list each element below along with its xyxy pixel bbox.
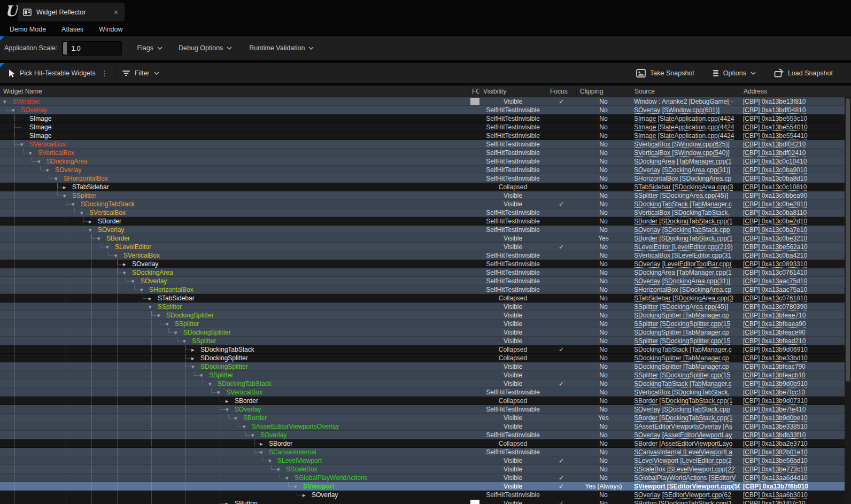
expander-open-icon[interactable]: ▾ (191, 363, 195, 370)
expander-open-icon[interactable]: ▾ (166, 320, 169, 328)
address-link[interactable]: [CBP] 0xa13be554010 (743, 123, 808, 131)
tree-row-sverticalbox-34[interactable]: ▾SVerticalBoxSelfHitTestInvisibleNoSVert… (0, 388, 845, 397)
expander-open-icon[interactable]: ▾ (131, 277, 135, 285)
source-link[interactable]: SSplitter [SDockingSplitter.cpp(15 (634, 371, 730, 379)
source-link[interactable]: SVerticalBox [SLevelEditor.cpp(31 (634, 252, 731, 259)
source-link[interactable]: SAssetEditorViewportsOverlay [As (634, 423, 732, 430)
source-link[interactable]: SDockingArea [TabManager.cpp(1 (634, 269, 732, 276)
runtime-validation-dropdown[interactable]: Runtime Validation (249, 44, 314, 52)
expander-open-icon[interactable]: ▾ (123, 269, 126, 276)
column-header-widget-name[interactable]: Widget Name (0, 86, 470, 97)
tree-row-sborder-14[interactable]: ▸SBorderSelfHitTestInvisibleNoSBorder [S… (0, 217, 845, 226)
tree-row-simage-3[interactable]: SImageSelfHitTestInvisibleNoSImage [Slat… (0, 123, 845, 131)
address-link[interactable]: [CBP] 0xa13be7fcc10 (743, 389, 805, 396)
tree-row-sborder-40[interactable]: ▸SBorderCollapsedNoSBorder [AssetEditorV… (0, 439, 845, 448)
column-header-source[interactable]: Source (631, 86, 740, 97)
tree-row-sscalebox-43[interactable]: ▾SScaleBoxVisibleNoSScaleBox [SLevelView… (0, 465, 845, 474)
tree-row-sverticalbox-13[interactable]: ▾SVerticalBoxSelfHitTestInvisibleNoSVert… (0, 208, 845, 217)
expander-open-icon[interactable]: ▾ (97, 235, 100, 242)
expander-open-icon[interactable]: ▾ (55, 175, 58, 182)
expander-open-icon[interactable]: ▾ (46, 166, 49, 174)
tree-row-sleveleditor-17[interactable]: ▾SLevelEditorVisible✓NoSLevelEditor [Lev… (0, 243, 845, 251)
source-link[interactable]: SImage [SlateApplication.cpp(4424 (634, 123, 734, 131)
source-link[interactable]: SDockingArea [TabManager.cpp(1 (634, 158, 732, 165)
address-link[interactable]: [CBP] 0xa13bfeaea90 (743, 320, 806, 328)
tree-row-sglobalplayworldactions-44[interactable]: ▾SGlobalPlayWorldActionsVisible✓NoSGloba… (0, 474, 845, 482)
expander-open-icon[interactable]: ▾ (208, 380, 212, 387)
expander-open-icon[interactable]: ▾ (20, 141, 24, 148)
tree-row-sverticalbox-18[interactable]: ▾SVerticalBoxSelfHitTestInvisibleNoSVert… (0, 251, 845, 260)
tree-row-sdockingsplitter-27[interactable]: ▾SDockingSplitterVisibleNoSDockingSplitt… (0, 328, 845, 337)
source-link[interactable]: SBorder [SDockingTabStack.cpp(1 (634, 397, 733, 405)
address-link[interactable]: [CBP] 0xa13c0c10810 (743, 183, 807, 191)
expander-closed-icon[interactable]: ▸ (63, 183, 66, 191)
address-link[interactable]: [CBP] 0xa13be33bd10 (743, 354, 808, 362)
tree-row-sdockingtabstack-29[interactable]: ▸SDockingTabStackCollapsed✓NoSDockingTab… (0, 345, 845, 354)
address-link[interactable]: [CBP] 0xa13bfeacb10 (743, 371, 806, 379)
address-link[interactable]: [CBP] 0xa13be13f810 (743, 98, 806, 105)
source-link[interactable]: SOverlay [SDockingTabStack.cpp (634, 406, 730, 413)
tree-row-sviewport-45[interactable]: ▾SViewportVisible✓Yes (Always)SViewport … (0, 482, 845, 491)
column-header-fg[interactable]: FG (470, 86, 479, 97)
expander-open-icon[interactable]: ▾ (243, 423, 246, 430)
source-link[interactable]: SImage [SlateApplication.cpp(4424 (634, 115, 734, 122)
tree-row-soverlay-1[interactable]: ▾SOverlaySelfHitTestInvisibleNoSOverlay … (0, 106, 845, 114)
address-link[interactable]: [CBP] 0xa13aa6b3010 (743, 491, 808, 499)
tree-row-slevelviewport-42[interactable]: ▾SLevelViewportVisible✓NoSLevelViewport … (0, 456, 845, 465)
source-link[interactable]: SImage [SlateApplication.cpp(4424 (634, 132, 734, 139)
source-link[interactable]: SScaleBox [SLevelViewport.cpp(22 (634, 466, 735, 473)
expander-open-icon[interactable]: ▾ (3, 98, 6, 105)
source-link[interactable]: SOverlay [SDockingTabStack.cpp (634, 226, 730, 234)
tree-row-soverlay-8[interactable]: ▾SOverlaySelfHitTestInvisibleNoSOverlay … (0, 166, 845, 174)
address-link[interactable]: [CBP] 0xa13c0be2d10 (743, 218, 807, 225)
source-link[interactable]: SDockingSplitter [TabManager.cp (634, 363, 729, 370)
expander-open-icon[interactable]: ▾ (268, 457, 272, 464)
address-link[interactable]: [CBP] 0xa13c0bbea90 (743, 192, 807, 199)
address-link[interactable]: [CBP] 0xa13bdb33f10 (743, 431, 806, 439)
expander-open-icon[interactable]: ▾ (149, 303, 152, 311)
address-link[interactable]: [CBP] 0xa13c0ba4210 (743, 252, 807, 259)
expander-open-icon[interactable]: ▾ (114, 252, 118, 259)
address-link[interactable]: [CBP] 0xa13c0ba8110 (743, 209, 807, 216)
address-link[interactable]: [CBP] 0xa13c0ba7e10 (743, 226, 807, 234)
expander-closed-icon[interactable]: ▸ (303, 491, 306, 499)
address-link[interactable]: [CBP] 0xa13c0780390 (743, 303, 807, 311)
source-link[interactable]: SViewport [SEditorViewport.cpp(50 (634, 483, 740, 490)
tree-row-ssplitter-24[interactable]: ▾SSplitterVisibleNoSSplitter [SDockingAr… (0, 303, 845, 311)
source-link[interactable]: SBorder [SDockingTabStack.cpp(1 (634, 218, 733, 225)
column-header-clipping[interactable]: Clipping (576, 86, 631, 97)
address-link[interactable]: [CBP] 0xa13c0c10410 (743, 158, 807, 165)
tab-widget-reflector[interactable]: Widget Reflector × (18, 3, 125, 21)
address-link[interactable]: [CBP] 0xa13bfeae710 (743, 312, 806, 319)
tab-close-icon[interactable]: × (113, 8, 119, 17)
pick-hit-testable-widgets-button[interactable]: Pick Hit-Testable Widgets (7, 69, 96, 77)
tree-row-ssplitter-11[interactable]: ▾SSplitterVisibleNoSSplitter [SDockingAr… (0, 191, 845, 200)
expander-closed-icon[interactable]: ▸ (191, 346, 195, 353)
address-link[interactable]: [CBP] 0xa13c0be3210 (743, 235, 807, 242)
expander-open-icon[interactable]: ▾ (183, 337, 186, 345)
address-link[interactable]: [CBP] 0xa13bdf04210 (743, 141, 806, 148)
vertical-scrollbar[interactable] (845, 97, 851, 504)
expander-open-icon[interactable]: ▾ (174, 329, 177, 336)
tree-row-sverticalbox-6[interactable]: ▾SVerticalBoxSelfHitTestInvisibleNoSVert… (0, 149, 845, 157)
source-link[interactable]: SLevelEditor [LevelEditor.cpp(219) (634, 243, 733, 251)
expander-open-icon[interactable]: ▾ (234, 414, 237, 422)
expander-open-icon[interactable]: ▾ (37, 158, 41, 165)
address-link[interactable]: [CBP] 0xa13be7fe410 (743, 406, 806, 413)
tree-row-ssplitter-26[interactable]: ▾SSplitterVisibleNoSSplitter [SDockingSp… (0, 320, 845, 328)
options-dropdown[interactable]: Options (713, 69, 756, 77)
tree-row-ssplitter-32[interactable]: ▾SSplitterVisibleNoSSplitter [SDockingSp… (0, 371, 845, 379)
source-link[interactable]: Window : Ananke2 [DebugGame] - (634, 98, 733, 105)
address-link[interactable]: [CBP] 0xa13be773c10 (743, 466, 807, 473)
source-link[interactable]: SHorizontalBox [SDockingArea.cp (634, 286, 731, 293)
expander-open-icon[interactable]: ▾ (217, 389, 220, 396)
address-link[interactable]: [CBP] 0xa13aac75d10 (743, 277, 807, 285)
tree-row-sdockingtabstack-33[interactable]: ▾SDockingTabStackVisible✓NoSDockingTabSt… (0, 379, 845, 388)
source-link[interactable]: SOverlay [LevelEditorToolBar.cpp( (634, 260, 732, 268)
expander-open-icon[interactable]: ▾ (294, 483, 297, 490)
expander-open-icon[interactable]: ▾ (285, 474, 289, 482)
tree-row-sborder-35[interactable]: ▸SBorderCollapsedNoSBorder [SDockingTabS… (0, 397, 845, 405)
address-link[interactable]: [CBP] 0xa13bfeac790 (743, 363, 806, 370)
address-link[interactable]: [CBP] 0xa13bdf04810 (743, 106, 806, 114)
source-link[interactable]: SDockingTabStack [TabManager.c (634, 200, 732, 208)
